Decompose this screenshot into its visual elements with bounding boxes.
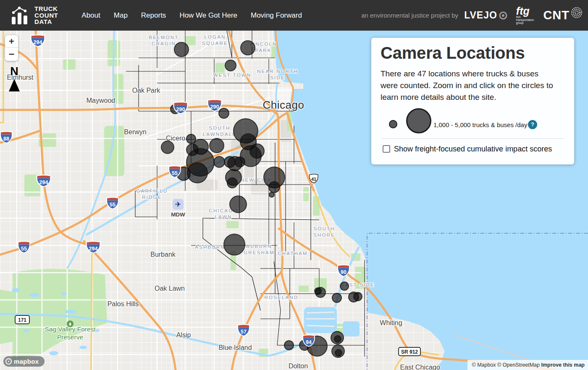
truck-count-circle[interactable] — [340, 282, 349, 290]
panel-description: There are 47 locations where trucks & bu… — [381, 68, 556, 103]
svg-text:90: 90 — [341, 269, 346, 275]
truck-count-circle[interactable] — [269, 192, 274, 197]
truck-count-chart-icon — [11, 6, 29, 25]
svg-text:SR 912: SR 912 — [401, 349, 418, 355]
nav-moving-forward[interactable]: Moving Forward — [251, 11, 302, 20]
truck-count-circle[interactable] — [241, 41, 255, 55]
impact-scores-label: Show freight-focused cumulative impact s… — [394, 145, 552, 154]
route-shield-171: 171 — [15, 315, 29, 324]
svg-text:88: 88 — [3, 136, 9, 142]
svg-text:55: 55 — [172, 170, 178, 176]
svg-text:41: 41 — [311, 177, 316, 182]
lvejo-logo[interactable]: LVEJO — [464, 10, 508, 21]
legend-large-circle — [406, 108, 431, 133]
nav-reports[interactable]: Reports — [141, 11, 166, 20]
truck-count-circle[interactable] — [315, 287, 326, 297]
ftg-logo[interactable]: ftg fish transportation group — [516, 6, 534, 24]
improve-map-link[interactable]: Improve this map — [541, 362, 585, 368]
truck-count-circle[interactable] — [225, 60, 236, 71]
mapbox-icon — [5, 358, 12, 365]
truck-count-circle[interactable] — [250, 144, 264, 158]
svg-text:57: 57 — [241, 329, 247, 335]
svg-text:294: 294 — [89, 246, 98, 252]
truck-count-circle[interactable] — [161, 141, 174, 154]
svg-text:290: 290 — [210, 104, 219, 110]
truck-count-circle[interactable] — [354, 292, 362, 301]
main-nav: About Map Reports How We Got Here Moving… — [81, 11, 302, 20]
map-label-berwyn: Berwyn — [124, 128, 146, 135]
map-label-palos-hills: Palos Hills — [108, 300, 139, 307]
svg-text:171: 171 — [18, 317, 26, 323]
cnt-icon — [570, 6, 583, 19]
zoom-in-button[interactable]: + — [5, 35, 18, 48]
panel-title: Camera Locations — [381, 44, 525, 63]
header: TRUCK COUNT DATA About Map Reports How W… — [0, 0, 588, 31]
svg-text:✈: ✈ — [175, 201, 181, 208]
compass-control[interactable]: N — [6, 65, 23, 91]
mdw-airport-label: MDW — [171, 211, 185, 218]
tagline: an environmental justice project by — [361, 12, 458, 19]
impact-scores-checkbox[interactable] — [383, 145, 390, 153]
svg-text:294: 294 — [34, 39, 42, 45]
svg-text:290: 290 — [176, 107, 185, 112]
svg-text:94: 94 — [306, 339, 312, 345]
legend-label: 1,000 - 5,000 trucks & buses /day — [433, 121, 527, 128]
map-label-east-chicago: East Chicago — [400, 364, 440, 370]
truck-count-circle[interactable] — [186, 134, 196, 143]
map-label-ashburn: ASHBURN — [195, 245, 225, 250]
compass-arrow-icon — [9, 79, 20, 91]
truck-count-circle[interactable] — [214, 156, 225, 167]
svg-text:294: 294 — [39, 180, 48, 185]
panel-divider — [381, 138, 564, 139]
help-button[interactable]: ? — [528, 120, 537, 129]
truck-count-circle[interactable] — [269, 182, 280, 193]
cnt-logo[interactable]: CNT — [543, 8, 583, 22]
truck-count-circle[interactable] — [227, 178, 237, 188]
truck-count-circle[interactable] — [187, 163, 207, 183]
mapbox-logo[interactable]: mapbox — [3, 356, 45, 367]
brand-line2: COUNT — [34, 12, 58, 19]
map-label-dolton: Dolton — [289, 362, 308, 370]
zoom-out-button[interactable]: − — [5, 48, 18, 61]
brand-line1: TRUCK — [34, 5, 58, 12]
map-label-west-town: WEST TOWN — [213, 73, 252, 78]
truck-count-circle[interactable] — [210, 138, 224, 153]
truck-count-circle[interactable] — [284, 341, 294, 350]
truck-count-circle[interactable] — [332, 293, 341, 302]
map-label-blue-island: Blue Island — [218, 344, 252, 351]
map-label-oak-lawn: Oak Lawn — [155, 285, 185, 292]
map-label-burbank: Burbank — [150, 251, 176, 258]
truck-count-circle[interactable] — [334, 336, 341, 342]
zoom-control: + − — [5, 35, 18, 61]
map-label-maywood: Maywood — [87, 97, 115, 104]
map-label-roseland: ROSELAND — [265, 295, 299, 300]
brand-logo[interactable]: TRUCK COUNT DATA — [11, 5, 58, 25]
compass-n-label: N — [6, 65, 23, 78]
map-label-chicago: Chicago — [263, 99, 304, 111]
lvejo-icon — [499, 11, 508, 20]
map-label-alsip: Alsip — [176, 331, 191, 339]
legend-small-circle — [389, 120, 397, 128]
nav-how-we-got-here[interactable]: How We Got Here — [179, 11, 237, 20]
svg-text:55: 55 — [110, 202, 116, 208]
attribution-links[interactable]: © Mapbox © OpenStreetMap — [472, 362, 541, 368]
truck-count-circle[interactable] — [224, 234, 245, 255]
airport-badge: ✈MDW — [171, 199, 185, 218]
svg-text:55: 55 — [21, 246, 27, 252]
map-label-oak-park: Oak Park — [132, 87, 161, 94]
truck-count-circle[interactable] — [230, 196, 247, 213]
map-attribution: © Mapbox © OpenStreetMap Improve this ma… — [467, 360, 588, 370]
route-shield-sr-912: SR 912 — [399, 347, 420, 356]
truck-count-circle[interactable] — [174, 42, 189, 57]
brand-line3: DATA — [34, 18, 58, 25]
app: BELMONTCRAGINLOGANSQUARELINCOLNPARKWEST … — [0, 0, 588, 370]
truck-count-circle[interactable] — [219, 108, 229, 118]
map-label-whiting: Whiting — [380, 319, 402, 326]
map-label-chatham: CHATHAM — [278, 251, 307, 256]
truck-count-circle[interactable] — [335, 349, 342, 356]
nav-map[interactable]: Map — [114, 11, 128, 20]
nav-about[interactable]: About — [81, 11, 100, 20]
